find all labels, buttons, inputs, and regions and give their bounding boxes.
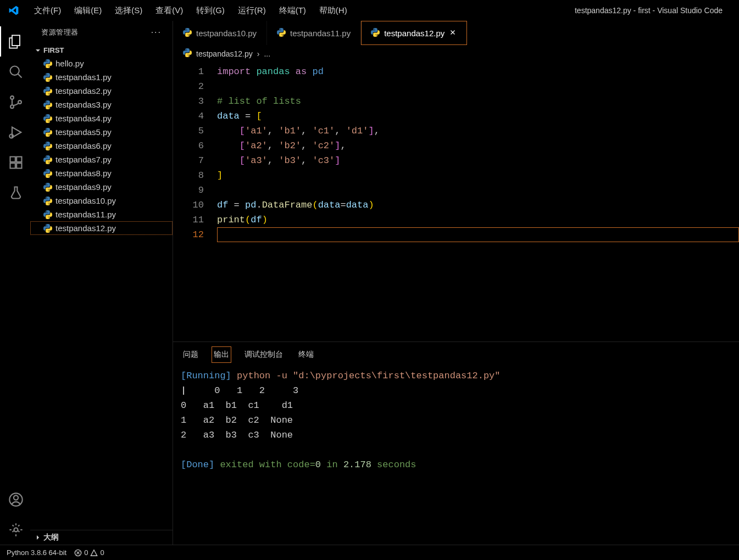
svg-point-12 xyxy=(14,528,18,531)
folder-header[interactable]: FIRST xyxy=(30,44,173,57)
menu-item[interactable]: 文件(F) xyxy=(27,2,68,19)
python-icon xyxy=(43,210,52,219)
file-item[interactable]: testpandas1.py xyxy=(30,70,173,84)
file-item[interactable]: testpandas10.py xyxy=(30,194,173,208)
breadcrumb[interactable]: testpandas12.py › ... xyxy=(173,45,739,62)
code-line[interactable]: ['a3', 'b3', 'c3'] xyxy=(217,153,739,168)
code-line[interactable]: import pandas as pd xyxy=(217,64,739,79)
line-number: 1 xyxy=(173,64,217,79)
file-item[interactable]: testpandas8.py xyxy=(30,166,173,180)
chevron-right-icon: › xyxy=(257,49,260,58)
file-item[interactable]: hello.py xyxy=(30,57,173,70)
file-name: testpandas1.py xyxy=(55,72,112,82)
file-item[interactable]: testpandas3.py xyxy=(30,98,173,111)
editor-tab[interactable]: testpandas12.py xyxy=(361,21,467,45)
line-number: 6 xyxy=(173,138,217,153)
python-version[interactable]: Python 3.8.6 64-bit xyxy=(7,548,66,557)
status-bar: Python 3.8.6 64-bit 0 0 xyxy=(0,545,739,560)
sidebar-more-icon[interactable]: ··· xyxy=(151,27,162,37)
vscode-icon xyxy=(5,5,22,16)
search-icon[interactable] xyxy=(0,57,30,87)
activity-bar xyxy=(0,21,30,545)
file-name: testpandas11.py xyxy=(55,210,116,219)
svg-point-1 xyxy=(10,66,19,75)
menu-bar: 文件(F)编辑(E)选择(S)查看(V)转到(G)运行(R)终端(T)帮助(H) xyxy=(27,2,354,19)
outline-section[interactable]: 大纲 xyxy=(30,530,173,545)
python-icon xyxy=(277,28,286,38)
line-number: 11 xyxy=(173,212,217,227)
line-number: 12 xyxy=(173,227,217,242)
editor-tab[interactable]: testpandas10.py xyxy=(173,21,267,45)
line-number: 7 xyxy=(173,153,217,168)
code-editor[interactable]: 1import pandas as pd23# list of lists4da… xyxy=(173,62,739,341)
file-name: hello.py xyxy=(55,59,84,68)
code-line[interactable]: ['a2', 'b2', 'c2'], xyxy=(217,138,739,153)
code-line[interactable] xyxy=(217,227,739,242)
panel-tab[interactable]: 输出 xyxy=(212,346,231,363)
panel-tabs: 问题输出调试控制台终端 xyxy=(173,342,739,363)
python-icon xyxy=(43,59,52,68)
panel-tab[interactable]: 调试控制台 xyxy=(242,346,285,363)
python-icon xyxy=(43,87,52,96)
sidebar-title: 资源管理器 xyxy=(41,27,79,37)
code-line[interactable]: ] xyxy=(217,168,739,183)
window-title: testpandas12.py - first - Visual Studio … xyxy=(575,6,723,15)
source-control-icon[interactable] xyxy=(0,87,30,117)
menu-item[interactable]: 运行(R) xyxy=(231,2,273,19)
code-line[interactable]: print(df) xyxy=(217,212,739,227)
file-name: testpandas6.py xyxy=(55,141,112,150)
svg-rect-8 xyxy=(16,163,21,168)
code-line[interactable] xyxy=(217,79,739,94)
file-item[interactable]: testpandas9.py xyxy=(30,180,173,194)
code-line[interactable]: # list of lists xyxy=(217,94,739,109)
file-item[interactable]: testpandas11.py xyxy=(30,208,173,221)
tab-label: testpandas12.py xyxy=(384,29,444,38)
file-name: testpandas7.py xyxy=(55,155,112,164)
menu-item[interactable]: 转到(G) xyxy=(190,2,231,19)
file-name: testpandas5.py xyxy=(55,127,112,137)
file-item[interactable]: testpandas4.py xyxy=(30,111,173,125)
panel-tab[interactable]: 终端 xyxy=(296,346,316,363)
file-item[interactable]: testpandas12.py xyxy=(30,221,173,235)
file-item[interactable]: testpandas5.py xyxy=(30,125,173,139)
panel-tab[interactable]: 问题 xyxy=(181,346,201,363)
problems-status[interactable]: 0 0 xyxy=(74,548,104,557)
menu-item[interactable]: 查看(V) xyxy=(149,2,190,19)
editor-tab[interactable]: testpandas11.py xyxy=(267,21,361,45)
testing-icon[interactable] xyxy=(0,177,30,208)
file-item[interactable]: testpandas6.py xyxy=(30,139,173,153)
code-line[interactable]: ['a1', 'b1', 'c1', 'd1'], xyxy=(217,124,739,138)
file-item[interactable]: testpandas7.py xyxy=(30,153,173,166)
extensions-icon[interactable] xyxy=(0,147,30,177)
file-list: hello.pytestpandas1.pytestpandas2.pytest… xyxy=(30,57,173,235)
python-icon xyxy=(43,128,52,137)
editor-tabs: testpandas10.pytestpandas11.pytestpandas… xyxy=(173,21,739,45)
line-number: 3 xyxy=(173,94,217,109)
line-number: 9 xyxy=(173,183,217,198)
tab-label: testpandas11.py xyxy=(290,29,351,38)
close-icon[interactable] xyxy=(449,29,457,38)
bottom-panel: 问题输出调试控制台终端 [Running] python -u "d:\pypr… xyxy=(173,341,739,545)
menu-item[interactable]: 编辑(E) xyxy=(68,2,108,19)
account-icon[interactable] xyxy=(0,484,30,514)
menu-item[interactable]: 终端(T) xyxy=(273,2,313,19)
python-icon xyxy=(43,197,52,205)
menu-item[interactable]: 帮助(H) xyxy=(313,2,354,19)
python-icon xyxy=(43,183,52,192)
file-name: testpandas12.py xyxy=(55,223,116,233)
run-debug-icon[interactable] xyxy=(0,117,30,147)
svg-rect-6 xyxy=(10,156,15,161)
code-line[interactable]: df = pd.DataFrame(data=data) xyxy=(217,198,739,212)
code-line[interactable]: data = [ xyxy=(217,109,739,124)
gear-icon[interactable] xyxy=(0,514,30,545)
line-number: 8 xyxy=(173,168,217,183)
explorer-tab-icon[interactable] xyxy=(0,26,30,57)
file-name: testpandas9.py xyxy=(55,182,112,192)
output-panel[interactable]: [Running] python -u "d:\pyprojects\first… xyxy=(173,363,739,545)
outline-label: 大纲 xyxy=(43,533,59,542)
svg-point-5 xyxy=(9,134,13,138)
file-name: testpandas4.py xyxy=(55,114,112,123)
file-item[interactable]: testpandas2.py xyxy=(30,84,173,98)
menu-item[interactable]: 选择(S) xyxy=(108,2,149,19)
code-line[interactable] xyxy=(217,183,739,198)
